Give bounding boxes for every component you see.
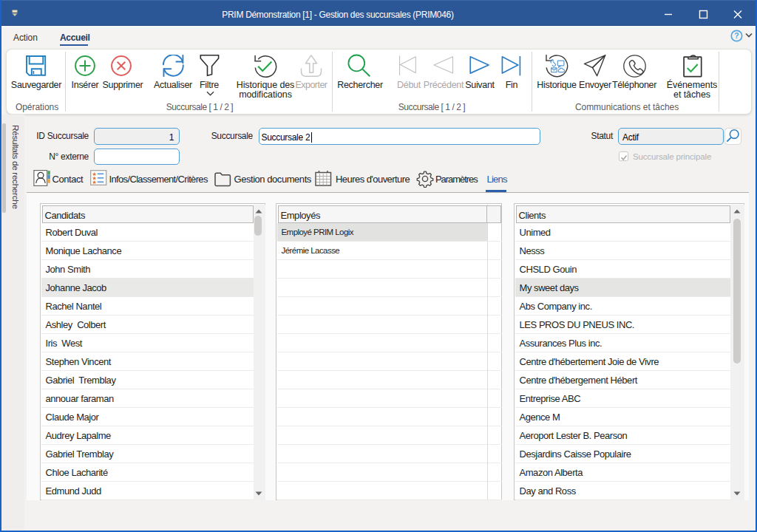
svg-text:?: ? xyxy=(734,31,739,40)
